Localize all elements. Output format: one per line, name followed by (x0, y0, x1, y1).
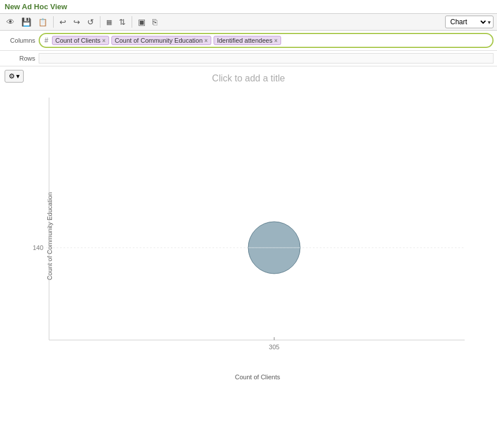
chart-type-select[interactable]: Chart Table Crosstab (448, 17, 488, 27)
save-button[interactable]: 💾 (18, 16, 34, 28)
gear-icon: ⚙ (9, 72, 15, 80)
sort-button[interactable]: ⇅ (116, 16, 129, 28)
chart-type-dropdown[interactable]: Chart Table Crosstab ▾ (445, 16, 494, 28)
export-button[interactable]: ⎘ (150, 16, 160, 28)
rows-empty-area[interactable] (39, 53, 494, 64)
count-of-community-education-pill[interactable]: Count of Community Education × (111, 36, 211, 45)
rows-row: Rows (0, 51, 497, 66)
chart-title[interactable]: Click to add a title (212, 73, 285, 84)
settings-button[interactable]: ⚙ ▾ (5, 70, 24, 83)
save-as-icon: 📋 (38, 18, 47, 27)
layout-icon: ▣ (138, 17, 145, 27)
separator-2 (100, 16, 100, 28)
identified-attendees-remove[interactable]: × (274, 38, 278, 44)
separator-1 (53, 16, 54, 28)
filter-icon: ▦ (106, 18, 112, 26)
hash-icon: # (44, 36, 48, 44)
dropdown-arrow-icon: ▾ (488, 19, 491, 25)
header: New Ad Hoc View (0, 0, 497, 14)
main-content: ⚙ ▾ Click to add a title Count of Commun… (0, 66, 497, 448)
save-icon: 💾 (21, 17, 31, 27)
view-icon: 👁 (6, 17, 14, 27)
redo-icon: ↪ (73, 17, 80, 27)
count-of-clients-label: Count of Clients (55, 37, 100, 44)
settings-arrow-icon: ▾ (16, 72, 20, 80)
undo-button[interactable]: ↩ (57, 16, 69, 28)
refresh-icon: ↺ (87, 17, 94, 27)
x-axis-label: Count of Clients (235, 374, 280, 380)
sort-icon: ⇅ (119, 17, 126, 27)
export-icon: ⎘ (152, 17, 157, 27)
svg-text:140: 140 (33, 244, 43, 251)
redo-button[interactable]: ↪ (70, 16, 83, 28)
identified-attendees-label: Identified attendees (217, 37, 272, 44)
page-title: New Ad Hoc View (5, 2, 67, 11)
columns-label: Columns (3, 37, 35, 44)
save-as-button[interactable]: 📋 (35, 16, 50, 28)
refresh-button[interactable]: ↺ (84, 16, 97, 28)
columns-pills-container: # Count of Clients × Count of Community … (39, 33, 494, 48)
identified-attendees-pill[interactable]: Identified attendees × (214, 36, 281, 45)
undo-icon: ↩ (59, 17, 66, 27)
view-button[interactable]: 👁 (3, 16, 17, 28)
count-of-clients-pill[interactable]: Count of Clients × (52, 36, 109, 45)
count-of-community-education-label: Count of Community Education (115, 37, 203, 44)
rows-label: Rows (3, 55, 35, 62)
toolbar: 👁 💾 📋 ↩ ↪ ↺ ▦ ⇅ ▣ ⎘ Chart Table Crosstab… (0, 14, 497, 31)
svg-text:305: 305 (269, 344, 279, 350)
chart-wrapper: Count of Community Education 140 305 Cou… (0, 86, 497, 386)
layout-button[interactable]: ▣ (135, 16, 148, 28)
scatter-chart-svg: 140 305 (32, 92, 488, 369)
filter-button[interactable]: ▦ (103, 17, 115, 28)
count-of-clients-remove[interactable]: × (102, 38, 106, 44)
count-of-community-education-remove[interactable]: × (204, 38, 208, 44)
separator-3 (132, 16, 132, 28)
columns-row: Columns # Count of Clients × Count of Co… (0, 31, 497, 51)
